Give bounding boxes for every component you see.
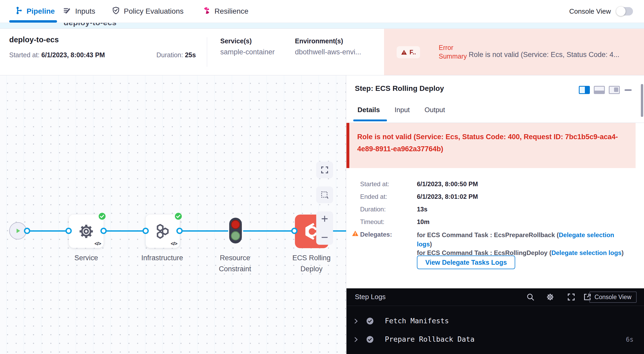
minimize-icon[interactable]	[625, 89, 632, 91]
step-logs-title: Step Logs	[355, 293, 386, 301]
chevron-right-icon[interactable]	[352, 317, 360, 325]
environments-column: Environment(s) dbothwell-aws-envi...	[295, 37, 361, 56]
success-check-badge	[98, 212, 106, 220]
toggle-knob	[616, 7, 626, 16]
layout-right-icon[interactable]	[579, 86, 590, 94]
connector-ring	[100, 228, 107, 234]
environments-label: Environment(s)	[295, 37, 361, 45]
delegate1-suffix: )	[430, 241, 432, 248]
step-started-label: Started at:	[360, 180, 389, 188]
connector-ring	[176, 228, 183, 234]
fullscreen-icon	[320, 165, 329, 174]
zoom-in-icon[interactable]	[320, 214, 329, 223]
step-error-banner: Role is not valid (Service: Ecs, Status …	[346, 123, 636, 168]
duration-value: 25s	[185, 51, 196, 59]
console-view-label: Console View	[569, 7, 611, 15]
canvas-fullscreen-button[interactable]	[316, 162, 333, 178]
layout-floating-icon[interactable]	[609, 86, 620, 94]
log-settings-gear-icon[interactable]	[546, 293, 555, 301]
delegate1-text: for ECS Command Task : EcsPrepareRollbac…	[417, 231, 559, 238]
layout-bottom-icon[interactable]	[594, 86, 605, 94]
node-infrastructure[interactable]: </>	[146, 215, 180, 248]
log-row-fetch-manifests[interactable]: Fetch Manifests	[346, 315, 644, 327]
play-icon	[13, 226, 22, 235]
tab-output[interactable]: Output	[425, 106, 445, 114]
log-success-check-icon	[366, 317, 374, 325]
delegates-warning-icon	[352, 230, 359, 237]
error-summary-section: F.. Error Summary Role is not valid (Ser…	[384, 29, 644, 75]
duration-row: Duration: 25s	[156, 51, 196, 59]
chevron-right-icon[interactable]	[352, 336, 360, 343]
console-view-control: Console View	[569, 0, 633, 23]
zoom-out-icon[interactable]	[320, 233, 329, 242]
canvas-zoom-panel	[316, 211, 333, 245]
node-service[interactable]: </>	[69, 215, 104, 248]
services-label: Service(s)	[220, 37, 275, 45]
log-fullscreen-icon[interactable]	[567, 293, 576, 301]
traffic-light-icon	[228, 216, 243, 245]
active-tab-underline	[9, 20, 57, 23]
failed-status-badge: F..	[397, 46, 420, 58]
tab-policy-evaluations-label: Policy Evaluations	[124, 7, 183, 15]
edge-service-infrastructure	[104, 230, 146, 232]
canvas-select-button[interactable]	[316, 186, 333, 203]
delegate2-selection-logs-link[interactable]: Delegate selection logs	[551, 249, 622, 256]
services-value[interactable]: sample-container	[220, 48, 275, 56]
connector-ring	[65, 228, 72, 234]
step-ended-value: 6/1/2023, 8:01:02 PM	[417, 193, 478, 200]
details-tab-underline	[353, 119, 387, 121]
connector-ring	[24, 228, 30, 234]
tab-pipeline-label: Pipeline	[27, 7, 55, 15]
connector-ring	[291, 228, 298, 234]
step-details-panel: Step: ECS Rolling Deploy Details Input O…	[346, 75, 644, 354]
gear-icon	[78, 223, 95, 240]
started-at-label: Started at:	[9, 51, 39, 59]
delegate2-suffix: )	[621, 249, 623, 256]
delegate2-text: for ECS Command Task : EcsRollingDeploy …	[417, 249, 551, 256]
code-glyph: </>	[171, 241, 177, 247]
log-search-icon[interactable]	[526, 293, 535, 301]
log-console-view-button[interactable]: Console View	[589, 291, 637, 303]
step-logs-panel: Step Logs Console View Fetch Manifests P…	[346, 288, 644, 354]
marquee-select-icon	[320, 190, 329, 199]
pipeline-icon	[14, 6, 23, 17]
scrolled-page-title: deploy-to-ecs	[64, 23, 117, 27]
pipeline-canvas[interactable]: </> </>	[0, 75, 346, 354]
step-panel-title: Step: ECS Rolling Deploy	[355, 84, 444, 93]
hexagons-icon	[154, 223, 171, 240]
failed-badge-text: F..	[410, 49, 416, 56]
log-section-duration: 6s	[626, 336, 633, 343]
edge-start-service	[27, 230, 69, 232]
node-label-infrastructure: Infrastructure	[131, 252, 194, 263]
step-started-value: 6/1/2023, 8:00:50 PM	[417, 180, 478, 188]
tab-pipeline[interactable]: Pipeline	[14, 0, 55, 23]
environments-value[interactable]: dbothwell-aws-envi...	[295, 48, 361, 56]
step-timeout-value: 10m	[417, 218, 430, 226]
top-nav: Pipeline Inputs Policy Evaluations Resil…	[0, 0, 644, 23]
log-success-check-icon	[366, 335, 374, 343]
code-glyph: </>	[95, 241, 101, 247]
node-resource-constraint[interactable]	[228, 216, 243, 245]
tab-resilience[interactable]: Resilience	[202, 0, 248, 23]
execution-header: deploy-to-ecs Started at: 6/1/2023, 8:00…	[0, 29, 644, 75]
app-root: Pipeline Inputs Policy Evaluations Resil…	[0, 0, 644, 354]
step-logs-header: Step Logs Console View	[346, 288, 644, 306]
step-duration-label: Duration:	[360, 206, 386, 213]
tab-inputs[interactable]: Inputs	[63, 0, 95, 23]
policy-shield-icon	[112, 6, 120, 17]
tab-inputs-label: Inputs	[75, 7, 95, 15]
tab-policy-evaluations[interactable]: Policy Evaluations	[112, 0, 183, 23]
tab-details[interactable]: Details	[357, 106, 380, 114]
view-delegate-tasks-logs-button[interactable]: View Delegate Tasks Logs	[417, 256, 515, 269]
console-view-toggle[interactable]	[616, 7, 633, 15]
delegates-label: Delegates:	[360, 231, 392, 238]
log-section-label: Fetch Manifests	[385, 317, 449, 325]
tab-input[interactable]: Input	[395, 106, 410, 114]
started-at-value: 6/1/2023, 8:00:43 PM	[41, 51, 105, 59]
node-label-resource-constraint: Resource Constraint	[206, 252, 264, 274]
tab-resilience-label: Resilience	[214, 7, 248, 15]
log-section-label: Prepare Rollback Data	[385, 335, 474, 343]
panel-scrollbar[interactable]	[641, 84, 643, 117]
log-row-prepare-rollback-data[interactable]: Prepare Rollback Data 6s	[346, 334, 644, 346]
services-column: Service(s) sample-container	[220, 37, 275, 56]
